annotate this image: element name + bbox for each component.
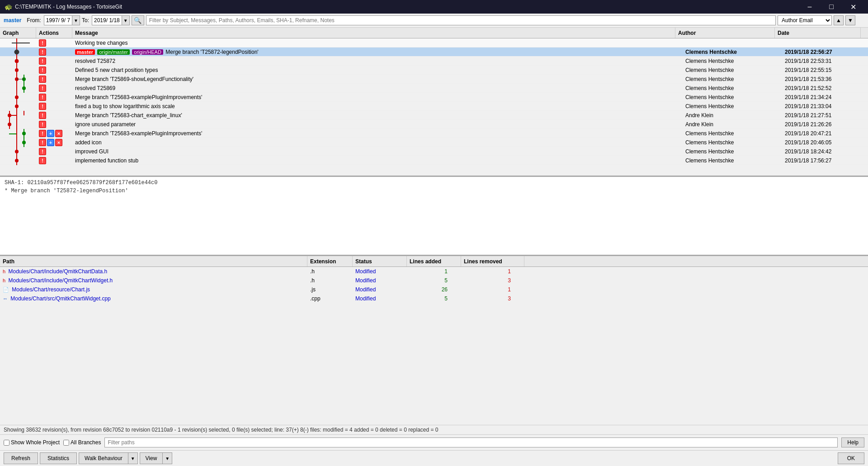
statistics-button[interactable]: Statistics [40,452,77,464]
action-icon[interactable]: ! [39,148,46,155]
file-status-cell: Modified [353,295,407,302]
graph-cell [0,147,36,157]
message-cell: improved GUI [72,148,683,155]
table-row[interactable]: ! implemented function stub Clemens Hent… [0,156,868,165]
view-dropdown[interactable]: ▼ [162,452,172,464]
action-icon[interactable]: ! [39,94,46,101]
search-button[interactable]: 🔍 [132,15,144,25]
svg-rect-3 [12,43,16,43]
table-row[interactable]: 📄 Modules/Chart/resource/Chart.js .js Mo… [0,285,868,294]
action-icon[interactable]: ! [39,157,46,164]
action-icon[interactable]: ! [39,67,46,74]
table-row[interactable]: ! + × added icon Clemens Hentschke 2019/… [0,138,868,147]
table-row[interactable]: ! Defined 5 new chart position types Cle… [0,66,868,75]
date-cell: 2019/1/18 17:56:27 [782,157,868,164]
from-date-input[interactable]: 1997/ 9/ 7 [44,15,72,25]
all-branches-label[interactable]: All Branches [63,439,101,446]
show-whole-project-checkbox[interactable] [4,440,9,446]
date-cell [782,43,868,43]
file-status-cell: Modified [353,277,407,284]
author-cell: Clemens Hentschke [683,57,782,65]
action-icon[interactable]: ! [39,57,46,65]
walk-behaviour-split-button: Walk Behaviour ▼ [79,452,138,464]
refresh-button[interactable]: Refresh [4,452,38,464]
status-bar: Showing 38632 revision(s), from revision… [0,425,868,434]
commit-message: Merge branch 'T25872-legendPosition' [165,49,258,55]
svg-point-38 [15,150,19,153]
log-table-header: Graph Actions Message Author Date [0,28,868,38]
action-add-icon[interactable]: + [47,130,54,137]
actions-cell: ! [36,102,72,110]
table-row[interactable]: h Modules/Chart/include/QmitkChartWidget… [0,276,868,285]
table-row[interactable]: ↔ Modules/Chart/src/QmitkChartWidget.cpp… [0,294,868,303]
branch-selector[interactable]: master [4,17,21,24]
file-path-link[interactable]: Modules/Chart/src/QmitkChartWidget.cpp [10,295,110,302]
minimize-button[interactable]: – [799,0,820,14]
table-row[interactable]: ! Merge branch 'T25683-chart_example_lin… [0,111,868,120]
action-icon[interactable]: ! [39,139,46,146]
file-status-cell: Modified [353,286,407,293]
file-path-cell: h Modules/Chart/include/QmitkChartData.h [0,268,307,275]
actions-cell: ! [36,93,72,101]
file-path-cell: 📄 Modules/Chart/resource/Chart.js [0,286,307,293]
view-button[interactable]: View [140,452,163,464]
app-icon: 🐢 [5,3,12,10]
table-row[interactable]: ! Working tree changes [0,38,868,48]
table-row[interactable]: ! fixed a bug to show logarithmic axis s… [0,102,868,111]
action-icon[interactable]: ! [39,121,46,128]
actions-cell: ! [36,120,72,128]
table-row[interactable]: ! + × Merge branch 'T25683-examplePlugin… [0,129,868,138]
action-icon[interactable]: ! [39,130,46,137]
action-remove-icon[interactable]: × [55,130,62,137]
author-cell: Clemens Hentschke [683,157,782,164]
action-icon[interactable]: ! [39,39,46,47]
action-add-icon[interactable]: + [47,139,54,146]
action-remove-icon[interactable]: × [55,139,62,146]
file-path-link[interactable]: Modules/Chart/resource/Chart.js [12,286,90,293]
all-branches-checkbox[interactable] [63,440,69,446]
filter-paths-input[interactable] [104,437,838,447]
action-icon[interactable]: ! [39,112,46,119]
lines-removed-cell: 1 [461,268,524,275]
message-cell: added icon [72,139,683,146]
show-whole-project-label[interactable]: Show Whole Project [4,439,60,446]
up-arrow-button[interactable]: ▲ [834,15,844,25]
actions-cell: ! [36,157,72,165]
graph-cell [0,92,36,102]
table-row[interactable]: ! Merge branch 'T25869-showLegendFunctio… [0,75,868,84]
actions-cell: ! [36,39,72,47]
action-icon[interactable]: ! [39,48,46,56]
table-row[interactable]: ! resolved T25869 Clemens Hentschke 2019… [0,84,868,93]
file-path-link[interactable]: Modules/Chart/include/QmitkChartWidget.h [8,277,113,284]
from-date-dropdown[interactable]: ▼ [72,15,80,25]
table-row[interactable]: ! Merge branch 'T25683-examplePluginImpr… [0,93,868,102]
table-row[interactable]: ! ignore unused parameter Andre Klein 20… [0,120,868,129]
file-path-link[interactable]: Modules/Chart/include/QmitkChartData.h [8,268,107,275]
author-cell: Clemens Hentschke [683,48,782,56]
close-button[interactable]: ✕ [843,0,863,14]
date-column-header: Date [775,28,861,38]
ok-button[interactable]: OK [838,452,864,464]
svg-point-40 [15,159,19,162]
author-cell: Clemens Hentschke [683,148,782,155]
action-icon[interactable]: ! [39,76,46,83]
table-row[interactable]: ! master origin/master origin/HEAD Merge… [0,48,868,57]
table-row[interactable]: ! improved GUI Clemens Hentschke 2019/1/… [0,147,868,156]
table-row[interactable]: h Modules/Chart/include/QmitkChartData.h… [0,267,868,276]
actions-cell: ! + × [36,129,72,138]
actions-cell: ! [36,57,72,65]
down-arrow-button[interactable]: ▼ [845,15,855,25]
walk-behaviour-dropdown[interactable]: ▼ [128,452,138,464]
author-filter-select[interactable]: Author Email [778,15,832,25]
help-button[interactable]: Help [841,437,864,447]
action-icon[interactable]: ! [39,85,46,92]
action-icon[interactable]: ! [39,103,46,110]
walk-behaviour-button[interactable]: Walk Behaviour [79,452,128,464]
author-cell: Clemens Hentschke [683,85,782,92]
to-date-input[interactable]: 2019/ 1/18 [92,15,122,25]
filter-input[interactable] [146,15,776,25]
table-row[interactable]: ! resolved T25872 Clemens Hentschke 2019… [0,57,868,66]
file-type-icon: h [3,269,5,274]
maximize-button[interactable]: □ [821,0,842,14]
to-date-dropdown[interactable]: ▼ [122,15,130,25]
